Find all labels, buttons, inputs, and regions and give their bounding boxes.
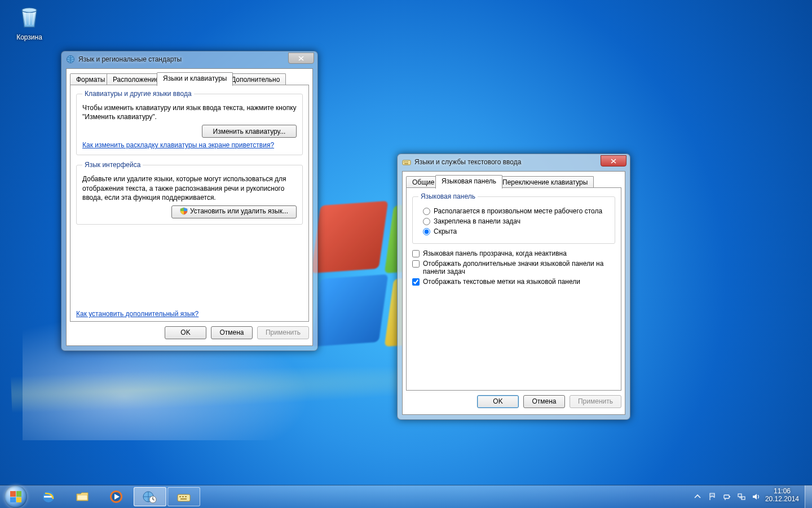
taskbar: 11:06 20.12.2014	[0, 485, 812, 508]
svg-rect-8	[77, 495, 87, 500]
folder-icon	[74, 489, 90, 505]
text-services-title: Языки и службы текстового ввода	[414, 158, 521, 166]
svg-rect-3	[404, 161, 405, 163]
svg-rect-15	[182, 496, 184, 497]
group-ui-language-desc: Добавьте или удалите языки, которые могу…	[82, 174, 297, 202]
svg-point-0	[22, 8, 37, 12]
group-keyboards-legend: Клавиатуры и другие языки ввода	[82, 90, 194, 98]
region-dialog-title: Язык и региональные стандарты	[78, 55, 182, 63]
group-keyboards: Клавиатуры и другие языки ввода Чтобы из…	[76, 90, 303, 155]
svg-rect-2	[403, 160, 411, 165]
radio-floating-input[interactable]	[423, 208, 430, 215]
volume-icon[interactable]	[752, 492, 761, 501]
install-language-label: Установить или удалить язык...	[190, 207, 288, 215]
taskbar-item-region-language[interactable]	[134, 487, 166, 506]
ie-icon	[41, 489, 56, 505]
wmplayer-icon	[108, 489, 124, 505]
checkbox-extra-icons-label: Отображать дополнительные значки языково…	[423, 260, 615, 275]
help-link-install-extra-language[interactable]: Как установить дополнительный язык?	[76, 310, 198, 318]
taskbar-spacer	[201, 485, 687, 508]
start-button[interactable]	[0, 485, 32, 508]
checkbox-transparent-when-inactive[interactable]: Языковая панель прозрачна, когда неактив…	[412, 249, 615, 257]
taskbar-item-text-services[interactable]	[167, 487, 200, 506]
checkbox-text-labels-label: Отображать текстовые метки на языковой п…	[423, 278, 580, 286]
radio-hidden-label: Скрыта	[434, 227, 457, 235]
text-services-tabstrip: Общие Языковая панель Переключение клави…	[406, 175, 621, 189]
region-dialog-titlebar[interactable]: Язык и региональные стандарты	[61, 51, 317, 67]
start-orb-icon	[5, 485, 27, 508]
tab-formats[interactable]: Форматы	[70, 73, 111, 86]
group-language-bar-legend: Языковая панель	[418, 192, 478, 200]
tab-additional[interactable]: Дополнительно	[225, 73, 286, 86]
ok-button[interactable]: OK	[477, 395, 519, 408]
globe-icon	[66, 55, 75, 64]
svg-rect-18	[724, 495, 729, 498]
ok-button[interactable]: OK	[165, 326, 206, 339]
radio-floating-label: Располагается в произвольном месте рабоч…	[434, 207, 602, 215]
radio-floating[interactable]: Располагается в произвольном месте рабоч…	[423, 207, 609, 215]
radio-docked-label: Закреплена в панели задач	[434, 217, 520, 225]
region-dialog-buttons: OK Отмена Применить	[70, 324, 309, 341]
recyclebin-desktop-icon[interactable]: Корзина	[8, 5, 51, 41]
group-keyboards-desc: Чтобы изменить клавиатуру или язык ввода…	[82, 103, 297, 121]
clock-date: 20.12.2014	[765, 495, 799, 503]
apply-button: Применить	[570, 395, 621, 408]
network-icon[interactable]	[737, 492, 746, 501]
svg-rect-16	[185, 496, 187, 497]
radio-docked[interactable]: Закреплена в панели задач	[423, 217, 609, 225]
text-services-dialog: Языки и службы текстового ввода Общие Яз…	[397, 154, 630, 420]
checkbox-extra-icons[interactable]: Отображать дополнительные значки языково…	[412, 260, 615, 275]
desktop: Корзина Язык и региональные стандарты Фо…	[0, 0, 812, 508]
text-services-dialog-buttons: OK Отмена Применить	[406, 393, 621, 410]
region-language-dialog: Язык и региональные стандарты Форматы Ра…	[61, 51, 318, 351]
tab-languages-keyboards[interactable]: Языки и клавиатуры	[157, 72, 233, 86]
close-icon	[611, 159, 616, 164]
close-icon	[298, 56, 304, 61]
region-dialog-client: Форматы Расположение Языки и клавиатуры …	[66, 68, 313, 346]
help-link-welcome-screen-layout[interactable]: Как изменить раскладку клавиатуры на экр…	[82, 141, 274, 149]
text-services-client: Общие Языковая панель Переключение клави…	[402, 171, 625, 415]
svg-rect-5	[407, 161, 408, 163]
show-desktop-button[interactable]	[805, 485, 812, 508]
globe-clock-icon	[142, 489, 158, 505]
close-button[interactable]	[601, 155, 626, 167]
checkbox-transparent-input[interactable]	[412, 250, 420, 257]
group-ui-language: Язык интерфейса Добавьте или удалите язы…	[76, 161, 303, 225]
text-services-titlebar[interactable]: Языки и службы текстового ввода	[398, 154, 630, 170]
power-plug-icon[interactable]	[722, 492, 731, 501]
close-button[interactable]	[288, 52, 314, 64]
keyboard-icon	[402, 157, 411, 167]
taskbar-clock[interactable]: 11:06 20.12.2014	[763, 485, 805, 508]
text-services-tabpage-langbar: Языковая панель Располагается в произвол…	[406, 187, 621, 391]
apply-button: Применить	[257, 326, 309, 339]
recyclebin-label: Корзина	[8, 33, 51, 41]
checkbox-transparent-label: Языковая панель прозрачна, когда неактив…	[423, 249, 567, 257]
taskbar-item-ie[interactable]	[32, 487, 65, 506]
system-tray	[687, 485, 763, 508]
checkbox-extra-icons-input[interactable]	[412, 260, 420, 268]
checkbox-text-labels-input[interactable]	[412, 278, 420, 286]
taskbar-item-explorer[interactable]	[66, 487, 99, 506]
keyboard-task-icon	[176, 489, 192, 505]
checkbox-text-labels[interactable]: Отображать текстовые метки на языковой п…	[412, 278, 615, 286]
recyclebin-icon	[16, 5, 42, 30]
tray-chevron-up-icon[interactable]	[693, 492, 702, 501]
radio-docked-input[interactable]	[423, 218, 430, 225]
install-language-button[interactable]: Установить или удалить язык...	[171, 205, 297, 218]
radio-hidden[interactable]: Скрыта	[423, 227, 609, 235]
svg-rect-20	[738, 494, 742, 497]
region-tabstrip: Форматы Расположение Языки и клавиатуры …	[70, 72, 309, 86]
taskbar-item-wmp[interactable]	[100, 487, 133, 506]
tab-language-bar[interactable]: Языковая панель	[435, 175, 502, 189]
svg-rect-13	[178, 494, 190, 501]
action-center-flag-icon[interactable]	[708, 492, 717, 501]
group-ui-language-legend: Язык интерфейса	[82, 161, 143, 169]
radio-hidden-input[interactable]	[423, 228, 430, 235]
svg-rect-14	[179, 496, 181, 497]
tab-keyboard-switching[interactable]: Переключение клавиатуры	[496, 176, 594, 189]
region-tabpage-keyboards: Клавиатуры и другие языки ввода Чтобы из…	[70, 85, 309, 322]
change-keyboard-button[interactable]: Изменить клавиатуру...	[202, 125, 297, 138]
cancel-button[interactable]: Отмена	[211, 326, 253, 339]
cancel-button[interactable]: Отмена	[523, 395, 565, 408]
svg-rect-4	[405, 161, 407, 163]
